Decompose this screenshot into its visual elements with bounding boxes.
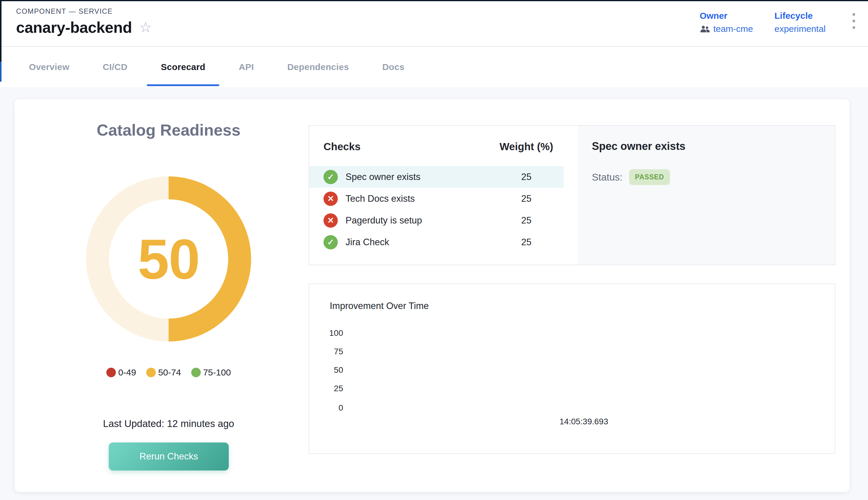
entity-header: COMPONENT — SERVICE canary-backend ☆ Own…: [0, 0, 868, 47]
tab-dependencies[interactable]: Dependencies: [273, 47, 363, 87]
legend-label: 75-100: [203, 367, 231, 377]
checks-panel: Checks Weight (%) ✓Spec owner exists 25 …: [309, 125, 835, 265]
entity-tabbar: Overview CI/CD Scorecard API Dependencie…: [0, 47, 868, 87]
last-updated-text: Last Updated: 12 minutes ago: [15, 418, 323, 429]
entity-identity: COMPONENT — SERVICE canary-backend ☆: [16, 7, 152, 36]
check-detail-panel: Spec owner exists Status: PASSED: [578, 126, 835, 265]
check-weight: 25: [489, 172, 564, 182]
legend-item-low: 0-49: [106, 367, 136, 377]
score-legend: 0-49 50-74 75-100: [15, 367, 323, 377]
check-name: Pagerduty is setup: [346, 215, 422, 226]
entity-meta: Owner team-cme Lifecycle experimental: [700, 11, 855, 34]
gauge-title: Catalog Readiness: [15, 121, 323, 139]
legend-item-high: 75-100: [191, 367, 231, 377]
x-axis-tick: 14:05:39.693: [559, 417, 608, 427]
scorecard-page: Catalog Readiness 50 0-49 50-74 75-100 L…: [0, 87, 868, 500]
legend-item-mid: 50-74: [146, 367, 181, 377]
y-axis-tick: 25: [309, 384, 343, 393]
tab-api[interactable]: API: [224, 47, 268, 87]
check-name: Spec owner exists: [346, 172, 420, 182]
check-status-icon: ✕: [324, 213, 338, 228]
legend-label: 0-49: [118, 367, 136, 377]
score-value: 50: [86, 177, 251, 341]
tab-cicd[interactable]: CI/CD: [89, 47, 141, 87]
tab-overview[interactable]: Overview: [15, 47, 83, 87]
weight-column-header: Weight (%): [489, 141, 564, 152]
chart-title: Improvement Over Time: [330, 301, 429, 311]
owner-link[interactable]: team-cme: [714, 24, 753, 34]
tab-docs[interactable]: Docs: [368, 47, 418, 87]
y-axis-tick: 50: [309, 365, 343, 375]
checks-table: Checks Weight (%) ✓Spec owner exists 25 …: [309, 126, 564, 265]
table-row[interactable]: ✕Tech Docs exists 25: [309, 188, 564, 209]
checks-table-header: Checks Weight (%): [309, 141, 564, 152]
table-row[interactable]: ✓Spec owner exists 25: [309, 166, 564, 188]
page-title: canary-backend: [16, 19, 132, 36]
status-label: Status:: [592, 172, 623, 183]
lifecycle-block: Lifecycle experimental: [774, 11, 826, 34]
check-detail-title: Spec owner exists: [592, 140, 835, 152]
score-donut: 50: [86, 177, 251, 341]
readiness-gauge-panel: Catalog Readiness 50 0-49 50-74 75-100 L…: [15, 99, 323, 492]
tab-scorecard[interactable]: Scorecard: [147, 47, 219, 87]
y-axis-tick: 0: [309, 403, 343, 413]
lifecycle-value: experimental: [774, 24, 826, 34]
favorite-star-icon[interactable]: ☆: [139, 20, 152, 35]
legend-label: 50-74: [158, 367, 181, 377]
check-weight: 25: [489, 193, 564, 204]
lifecycle-label: Lifecycle: [774, 11, 826, 21]
table-row[interactable]: ✕Pagerduty is setup 25: [309, 209, 564, 231]
improvement-chart-panel: Improvement Over Time 100 75 50 25 0 14:…: [309, 283, 835, 454]
check-status-icon: ✓: [324, 170, 338, 184]
legend-dot-amber: [146, 368, 156, 377]
owner-label: Owner: [700, 11, 753, 21]
check-weight: 25: [489, 237, 564, 248]
check-status-icon: ✓: [324, 235, 338, 249]
check-name: Jira Check: [346, 237, 389, 248]
check-weight: 25: [489, 215, 564, 226]
check-name: Tech Docs exists: [346, 193, 415, 204]
window-top-border: [0, 0, 868, 1]
window-left-edge: [0, 0, 1, 62]
rerun-checks-button[interactable]: Rerun Checks: [109, 443, 229, 470]
people-group-icon: [700, 25, 710, 33]
y-axis-tick: 75: [309, 347, 343, 356]
legend-dot-green: [191, 368, 201, 377]
entity-kind-label: COMPONENT — SERVICE: [16, 7, 152, 15]
more-options-kebab-icon[interactable]: [853, 11, 855, 29]
legend-dot-red: [106, 368, 116, 377]
check-status-icon: ✕: [324, 192, 338, 206]
scorecard-card: Catalog Readiness 50 0-49 50-74 75-100 L…: [15, 99, 849, 492]
checks-column-header: Checks: [324, 141, 489, 152]
table-row[interactable]: ✓Jira Check 25: [309, 231, 564, 253]
owner-block: Owner team-cme: [700, 11, 753, 34]
status-badge: PASSED: [629, 169, 670, 185]
window-left-accent: [0, 62, 1, 82]
y-axis-tick: 100: [309, 328, 343, 338]
